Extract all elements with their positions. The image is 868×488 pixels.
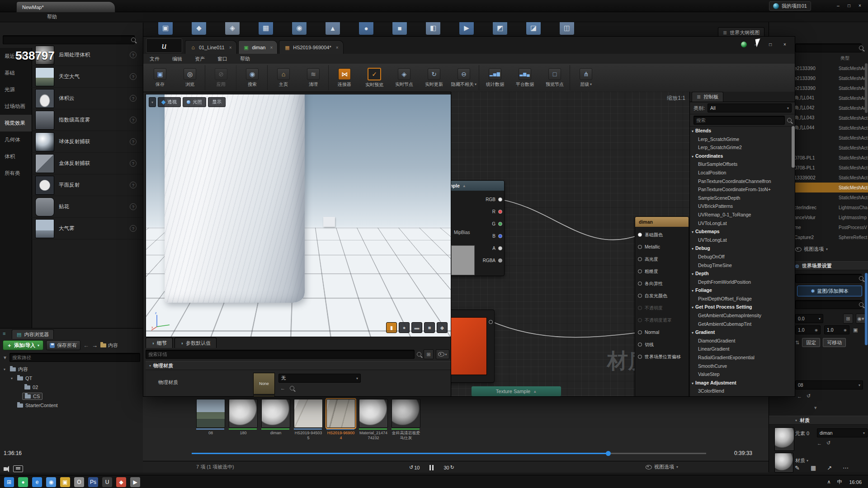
- palette-row[interactable]: ▾Gradient: [690, 328, 795, 337]
- info-icon[interactable]: ?: [130, 182, 137, 188]
- blueprint-add-script-button[interactable]: ✱ 蓝图/添加脚本: [797, 286, 862, 296]
- ws-value-field-2[interactable]: 1.0◉: [795, 325, 821, 334]
- material-toolbar-button[interactable]: 搜索▾: [237, 65, 268, 90]
- folder-tree-item[interactable]: ▾ 02: [3, 383, 140, 392]
- outliner-row[interactable]: e2133390 StaticMeshAct: [794, 63, 868, 73]
- outliner-row[interactable]: 角几L042 StaticMeshAct: [794, 103, 868, 113]
- palette-row[interactable]: ▾DepthFromWorldPosition: [690, 278, 795, 286]
- place-category[interactable]: 基础: [0, 65, 32, 81]
- outliner-row[interactable]: StaticMeshAct: [794, 192, 868, 202]
- close-tab-icon[interactable]: ×: [336, 45, 339, 50]
- input-pin[interactable]: 粗糙度: [638, 265, 689, 277]
- material-node-graph[interactable]: 缩放1:1 材质 Texture Sample ▲ RGB R: [451, 92, 690, 396]
- palette-row[interactable]: ▾Get Post Process Setting: [690, 303, 795, 311]
- menu-item[interactable]: 编辑: [172, 56, 182, 62]
- outliner-row[interactable]: StaticMeshAct: [794, 143, 868, 153]
- taskbar-app-icon[interactable]: ⊞: [4, 477, 14, 487]
- outliner-row[interactable]: Capture2 SphereReflect: [794, 232, 868, 242]
- info-icon[interactable]: ?: [130, 73, 137, 80]
- folder-tree-item[interactable]: ▾ StarterContent: [3, 401, 140, 410]
- palette-row[interactable]: ▾SmoothCurve: [690, 362, 795, 371]
- place-actor-item[interactable]: 平面反射 ?: [32, 174, 143, 196]
- editor-toolbar-icon[interactable]: ◫: [559, 21, 575, 35]
- place-category[interactable]: 几何体: [0, 131, 32, 148]
- taskbar-app-icon[interactable]: ◉: [46, 477, 56, 487]
- input-pin[interactable]: Metallic: [638, 241, 689, 253]
- editor-toolbar-icon[interactable]: ▦: [258, 21, 274, 35]
- palette-scrollbar[interactable]: [792, 126, 795, 168]
- collapse-icon[interactable]: ▲: [533, 389, 537, 394]
- material-toolbar-button[interactable]: 实时预览▾: [359, 65, 389, 90]
- menu-item[interactable]: 文件: [150, 56, 160, 62]
- palette-row[interactable]: ▾GetAmbientCubemapIntensity: [690, 311, 795, 320]
- info-icon[interactable]: ?: [130, 95, 137, 102]
- outliner-row[interactable]: StaticMeshAct: [794, 133, 868, 143]
- forward-arrow-icon[interactable]: →: [92, 342, 98, 349]
- ws-search-input-2[interactable]: [795, 300, 862, 309]
- close-icon[interactable]: ×: [779, 41, 790, 48]
- taskbar-app-icon[interactable]: ●: [18, 477, 28, 487]
- details-tab[interactable]: ◑ 细节: [146, 338, 173, 348]
- palette-row[interactable]: ▾Foliage: [690, 286, 795, 295]
- minimize-icon[interactable]: –: [833, 2, 844, 9]
- palette-tab[interactable]: ≣ 控制板: [692, 92, 723, 102]
- info-icon[interactable]: ?: [130, 117, 137, 123]
- outliner-row[interactable]: 角几L043 StaticMeshAct: [794, 113, 868, 123]
- fullscreen-icon[interactable]: ↗: [827, 465, 832, 471]
- material-toolbar-button[interactable]: 保存▾: [145, 65, 175, 90]
- add-import-button[interactable]: ＋ 添加/导入 ▾: [3, 340, 43, 350]
- editor-toolbar-icon[interactable]: ■: [392, 21, 407, 35]
- place-actor-item[interactable]: 指数级高度雾 ?: [32, 109, 143, 131]
- taskbar-app-icon[interactable]: e: [32, 477, 42, 487]
- preview-shape-mesh-button[interactable]: ◆: [437, 322, 448, 333]
- material-toolbar-button[interactable]: 预览节点▾: [540, 65, 570, 90]
- content-browser-tab[interactable]: ▤ 内容浏览器: [12, 329, 54, 339]
- palette-row[interactable]: ▾ValueStep: [690, 370, 795, 379]
- asset-item[interactable]: HS2019-969004: [326, 399, 355, 461]
- output-pin[interactable]: A: [471, 242, 502, 254]
- input-pin[interactable]: 切线: [638, 338, 689, 351]
- place-actor-item[interactable]: 天空大气 ?: [32, 66, 143, 88]
- outliner-row[interactable]: e2133390 StaticMeshAct: [794, 83, 868, 93]
- material-toolbar-button[interactable]: 层级▾: [571, 65, 601, 90]
- place-category[interactable]: 所有类: [0, 165, 32, 182]
- ws-search-input[interactable]: [795, 274, 862, 283]
- outliner-row[interactable]: cterIndirec LightmassCha: [794, 202, 868, 212]
- palette-row[interactable]: ▾Cubemaps: [690, 227, 795, 236]
- input-pin[interactable]: 不透明度遮罩: [638, 314, 689, 326]
- palette-row[interactable]: ▾GetAmbientCubemapTint: [690, 320, 795, 328]
- material-toolbar-button[interactable]: 连接器▾: [330, 65, 359, 90]
- back-arrow-icon[interactable]: ←: [817, 441, 822, 446]
- input-pin[interactable]: 自发光颜色: [638, 290, 689, 302]
- info-icon[interactable]: ?: [130, 225, 137, 232]
- visibility-filter-button[interactable]: ▾: [436, 349, 449, 359]
- red-texture-node[interactable]: [451, 310, 495, 383]
- editor-toolbar-icon[interactable]: ◉: [292, 21, 307, 35]
- search-icon[interactable]: [290, 386, 294, 390]
- tree-caret-icon[interactable]: ▾: [4, 367, 5, 371]
- pin-dot-icon[interactable]: [489, 320, 493, 324]
- asset-item[interactable]: HS2019-945035: [294, 399, 323, 461]
- palette-row[interactable]: ▾Depth: [690, 269, 795, 278]
- outliner-row[interactable]: e2133390 StaticMeshAct: [794, 73, 868, 83]
- clock[interactable]: 16:06: [849, 479, 862, 485]
- palette-search-input[interactable]: [693, 116, 785, 125]
- preview-shape-plane-button[interactable]: ▬: [411, 322, 422, 333]
- timeline-knob[interactable]: [606, 451, 611, 456]
- timeline-track[interactable]: [192, 453, 706, 454]
- outliner-scrollbar[interactable]: [865, 63, 868, 113]
- material-toolbar-button[interactable]: 应用▾: [206, 65, 236, 90]
- swap-icon[interactable]: ⇅: [795, 340, 799, 346]
- category-dropdown[interactable]: All ▾: [708, 103, 792, 113]
- taskbar-app-icon[interactable]: ▶: [130, 477, 140, 487]
- pause-button[interactable]: [429, 465, 434, 470]
- palette-row[interactable]: ▾DebugTimeSine: [690, 261, 795, 270]
- editor-toolbar-icon[interactable]: ◈: [225, 21, 240, 35]
- material-toolbar-button[interactable]: 隐藏不相关▾: [449, 65, 479, 90]
- palette-row[interactable]: ▾DebugOnOff: [690, 253, 795, 261]
- tray-icon[interactable]: ∧: [827, 479, 830, 485]
- taskbar-app-icon[interactable]: U: [102, 477, 112, 487]
- physical-material-dropdown[interactable]: 无 ▾: [278, 374, 361, 383]
- collapse-icon[interactable]: ▲: [462, 184, 466, 188]
- editor-toolbar-icon[interactable]: ◩: [492, 21, 508, 35]
